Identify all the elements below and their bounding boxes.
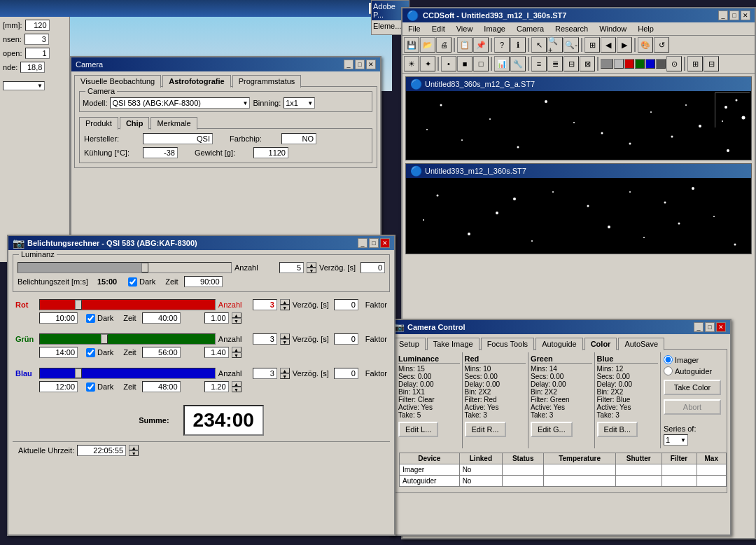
tb2-tool[interactable]: 🔧 [510, 56, 526, 71]
radio-autoguider[interactable]: Autoguider [664, 366, 721, 375]
cc-minimize[interactable]: _ [694, 322, 704, 332]
grun-anzahl[interactable]: 3 [253, 333, 277, 345]
tab-produkt[interactable]: Produkt [79, 117, 118, 130]
tb-next[interactable]: ▶ [617, 37, 632, 53]
blau-spinner[interactable]: ▲ ▼ [280, 368, 290, 379]
rot-down[interactable]: ▼ [280, 305, 290, 310]
grun-thumb[interactable] [101, 334, 108, 344]
tb2-blue[interactable] [645, 59, 655, 69]
radio-imager[interactable]: Imager [664, 355, 721, 364]
tb2-expand[interactable]: ⊞ [687, 56, 703, 71]
blau-down[interactable]: ▼ [280, 373, 290, 379]
tb2-gray3[interactable] [656, 59, 666, 69]
tb-paste[interactable]: 📌 [473, 37, 489, 53]
lum-edit-btn[interactable]: Edit L... [398, 422, 438, 437]
hersteller-input[interactable]: QSI [143, 133, 213, 144]
cc-tab-autosave[interactable]: AutoSave [618, 338, 664, 350]
tb2-lines4[interactable]: ⊠ [580, 56, 595, 71]
menu-image[interactable]: Image [481, 24, 508, 34]
tb2-sun[interactable]: ☀ [404, 56, 419, 71]
blau-dark-check[interactable]: Dark [86, 382, 113, 392]
rot-slider[interactable] [39, 299, 216, 310]
rot-anzahl[interactable]: 3 [253, 299, 277, 310]
menu-camera[interactable]: Camera [514, 24, 547, 34]
tb-open[interactable]: 📂 [420, 37, 435, 53]
tb-grid[interactable]: ⊞ [584, 37, 600, 53]
cc-maximize[interactable]: □ [705, 322, 715, 332]
grun-faktor-up[interactable]: ▲ [232, 347, 241, 352]
menu-window[interactable]: Window [596, 24, 629, 34]
tb2-sq2[interactable]: □ [473, 56, 489, 71]
tb-save[interactable]: 💾 [404, 37, 419, 53]
tab-merkmale[interactable]: Merkmale [150, 117, 197, 130]
grun-faktor-down[interactable]: ▼ [232, 352, 241, 358]
lum-verzog[interactable]: 0 [360, 262, 385, 273]
tb2-dot[interactable]: • [441, 56, 456, 71]
blau-thumb[interactable] [75, 368, 82, 378]
grun-faktor-spinner[interactable]: ▲ ▼ [232, 347, 241, 358]
tb-pointer[interactable]: ↖ [531, 37, 547, 53]
grun-dark-checkbox[interactable] [86, 348, 95, 357]
blau-slider[interactable] [39, 368, 216, 379]
kuhlung-input[interactable]: -38 [143, 147, 178, 158]
blau-faktor[interactable]: 1.20 [204, 381, 229, 392]
mm-input[interactable]: 120 [25, 20, 50, 31]
lum-anzahl-spinner[interactable]: ▲ ▼ [307, 262, 316, 273]
cam-maximize[interactable]: □ [355, 60, 365, 69]
uhrzeit-up[interactable]: ▲ [129, 445, 139, 450]
tb2-chart[interactable]: 📊 [494, 56, 510, 71]
menu-help[interactable]: Help [635, 24, 657, 34]
tab-chip[interactable]: Chip [120, 117, 149, 130]
tb2-extra[interactable]: ⊟ [704, 56, 719, 71]
open-input[interactable]: 1 [25, 48, 50, 59]
belicht-minimize[interactable]: _ [358, 238, 368, 248]
rot-belicht[interactable]: 10:00 [39, 312, 78, 324]
uhrzeit-spinner[interactable]: ▲ ▼ [129, 445, 139, 456]
lum-anzahl-up[interactable]: ▲ [307, 262, 316, 268]
radio-imager-input[interactable] [664, 355, 673, 364]
tb2-star[interactable]: ✦ [420, 56, 435, 71]
grun-belicht[interactable]: 14:00 [39, 347, 78, 358]
cc-tab-takeimage[interactable]: Take Image [427, 338, 479, 350]
tab-visuelle[interactable]: Visuelle Beobachtung [74, 75, 161, 88]
uhrzeit-down[interactable]: ▼ [129, 450, 139, 456]
cc-tab-autoguide[interactable]: Autoguide [536, 338, 583, 350]
luminanz-slider[interactable] [18, 262, 232, 273]
tb-copy[interactable]: 📋 [457, 37, 472, 53]
lum-dark-check[interactable]: Dark [128, 277, 155, 287]
tb2-green[interactable] [635, 59, 645, 69]
menu-file[interactable]: File [405, 24, 424, 34]
nsen-input[interactable]: 3 [24, 34, 49, 45]
blau-dark-checkbox[interactable] [86, 382, 95, 392]
rot-dark-check[interactable]: Dark [86, 314, 113, 323]
cc-tab-setup[interactable]: Setup [393, 338, 426, 350]
tb2-lines2[interactable]: ≣ [547, 56, 563, 71]
grun-up[interactable]: ▲ [280, 333, 290, 339]
blau-faktor-down[interactable]: ▼ [232, 387, 241, 392]
lum-dark-checkbox[interactable] [128, 277, 137, 287]
grun-verzog[interactable]: 0 [334, 333, 358, 345]
blau-verzog[interactable]: 0 [334, 368, 358, 379]
tb-prev[interactable]: ◀ [601, 37, 616, 53]
tb-refresh[interactable]: ↺ [654, 37, 669, 53]
left-dropdown[interactable]: ▼ [3, 81, 45, 90]
grun-faktor[interactable]: 1.40 [204, 347, 229, 358]
green-edit-btn[interactable]: Edit G... [531, 422, 573, 437]
rot-faktor-down[interactable]: ▼ [232, 318, 241, 324]
lum-zeit[interactable]: 90:00 [184, 276, 223, 287]
cc-tab-focus[interactable]: Focus Tools [481, 338, 535, 350]
tb-zoom-out[interactable]: 🔍- [564, 37, 579, 53]
red-edit-btn[interactable]: Edit R... [465, 422, 506, 437]
belicht-maximize[interactable]: □ [369, 238, 379, 248]
lum-thumb[interactable] [141, 263, 148, 272]
blau-zeit[interactable]: 48:00 [142, 381, 181, 392]
rot-thumb[interactable] [75, 300, 82, 310]
cam-minimize[interactable]: _ [344, 60, 354, 69]
tb-help[interactable]: ? [494, 37, 510, 53]
lum-anzahl-down[interactable]: ▼ [307, 268, 316, 273]
blue-edit-btn[interactable]: Edit B... [597, 422, 638, 437]
grun-zeit[interactable]: 56:00 [142, 347, 181, 358]
menu-view[interactable]: View [454, 24, 476, 34]
grun-spinner[interactable]: ▲ ▼ [280, 333, 290, 345]
tb-zoom-in[interactable]: 🔍+ [547, 37, 563, 53]
